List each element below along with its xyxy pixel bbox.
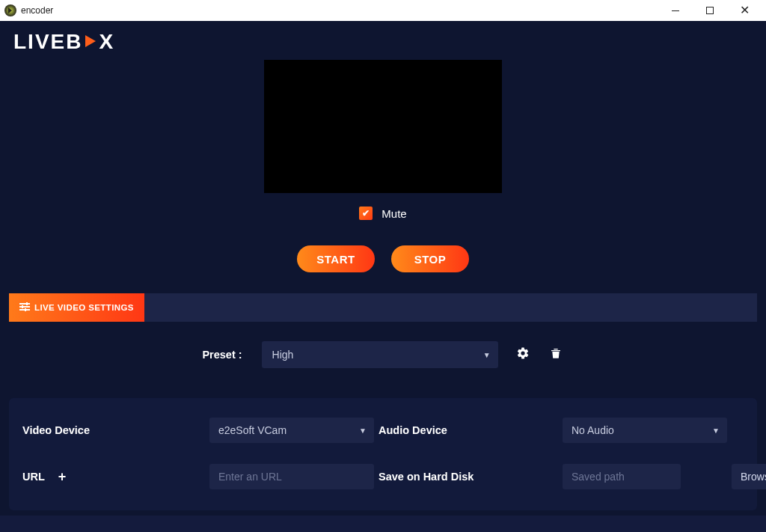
start-button[interactable]: START [297,245,375,272]
mute-checkbox[interactable]: ✔ [359,207,373,220]
audio-device-select[interactable]: No Audio ▼ [563,418,727,443]
logo-suffix: X [99,30,114,54]
svg-rect-1 [19,303,30,305]
chevron-down-icon: ▼ [483,351,491,359]
tab-label: LIVE VIDEO SETTINGS [34,303,134,312]
url-input[interactable]: Enter an URL [209,464,374,489]
window-controls: ✕ [658,0,762,21]
preset-label: Preset : [202,349,242,361]
tab-live-video-settings[interactable]: LIVE VIDEO SETTINGS [9,293,144,322]
add-url-button[interactable]: + [58,469,67,485]
maximize-button[interactable] [693,0,727,21]
logo-prefix: LIVEB [13,30,82,54]
app-icon [4,4,16,16]
preset-select[interactable]: High ▼ [262,341,498,368]
svg-rect-4 [26,302,28,305]
device-panel: Video Device e2eSoft VCam ▼ Audio Device… [9,398,757,510]
video-preview [264,60,502,193]
close-icon: ✕ [740,4,750,16]
minimize-icon [672,10,679,11]
settings-slider-icon [19,302,30,313]
save-path-placeholder: Saved path [572,471,625,483]
logo-accent-icon [83,30,98,54]
url-placeholder: Enter an URL [218,471,282,483]
video-device-label: Video Device [22,424,209,436]
trash-icon [550,346,562,360]
gear-icon [516,346,530,360]
chevron-down-icon: ▼ [359,426,367,435]
browse-label: Browse [741,471,766,483]
chevron-down-icon: ▼ [712,426,720,435]
preset-settings-button[interactable] [515,346,531,363]
browse-button[interactable]: Browse [732,464,766,489]
mute-label: Mute [382,207,406,220]
maximize-icon [706,7,714,14]
settings-tab-bar: LIVE VIDEO SETTINGS [9,293,757,322]
minimize-button[interactable] [658,0,693,21]
app-logo: LIVEB X [13,30,114,54]
stop-button[interactable]: STOP [391,245,469,272]
status-bar [0,516,766,532]
save-on-disk-label: Save on Hard Disk [379,471,563,483]
svg-marker-0 [85,35,96,47]
svg-rect-6 [25,308,26,311]
close-button[interactable]: ✕ [727,0,762,21]
svg-rect-2 [19,306,30,308]
video-device-select[interactable]: e2eSoft VCam ▼ [209,418,374,443]
audio-device-value: No Audio [572,424,614,436]
video-device-value: e2eSoft VCam [218,424,287,436]
preset-delete-button[interactable] [548,346,564,363]
url-label: URL [22,471,45,483]
save-path-input[interactable]: Saved path [563,464,681,489]
preset-value: High [272,349,294,361]
window-title: encoder [21,5,53,16]
audio-device-label: Audio Device [379,424,563,436]
svg-rect-5 [22,305,23,308]
window-titlebar: encoder ✕ [0,0,766,21]
app-body: LIVEB X ✔ Mute START STOP [0,21,766,532]
